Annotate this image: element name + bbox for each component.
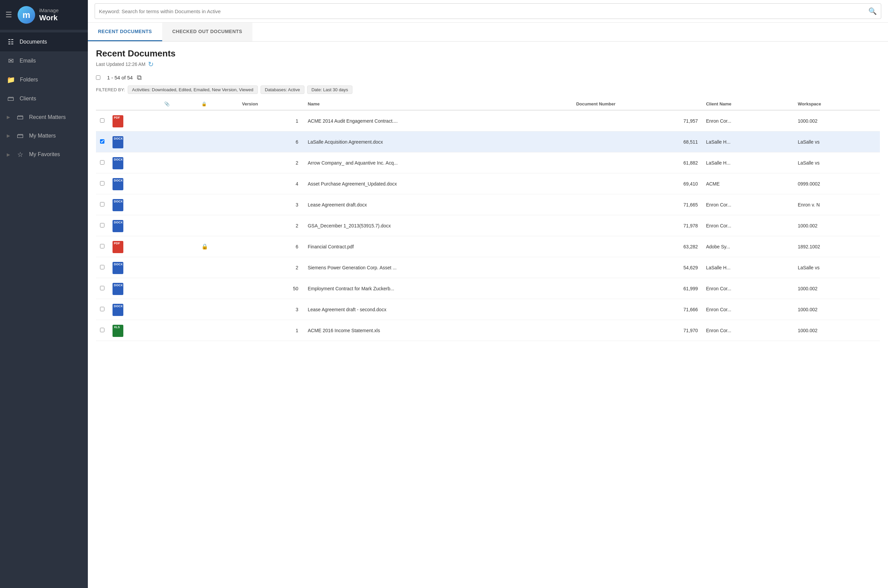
sidebar-item-my-favorites-label: My Favorites — [29, 152, 60, 158]
page-title: Recent Documents — [96, 48, 880, 59]
row-lock-cell — [197, 299, 238, 320]
row-version: 3 — [238, 194, 303, 215]
search-button[interactable]: 🔍 — [868, 7, 877, 15]
doc-type-icon: DOCX — [112, 304, 123, 316]
table-row[interactable]: DOCX 2 Arrow Company_ and Aquantive Inc.… — [96, 152, 880, 173]
sidebar-item-folders[interactable]: 📁 Folders — [0, 70, 88, 89]
filter-chip-databases[interactable]: Databases: Active — [261, 86, 304, 94]
row-checkbox-cell — [96, 257, 108, 278]
row-doc-number: 71,665 — [572, 194, 702, 215]
row-icon-cell: PDF — [108, 110, 160, 132]
tab-checked-out[interactable]: CHECKED OUT DOCUMENTS — [162, 22, 252, 41]
row-checkbox-cell — [96, 320, 108, 341]
row-icon-cell: DOCX — [108, 152, 160, 173]
tab-recent-documents[interactable]: RECENT DOCUMENTS — [88, 22, 162, 41]
hamburger-icon[interactable]: ☰ — [5, 10, 12, 19]
doc-type-icon: DOCX — [112, 283, 123, 295]
sidebar-item-my-matters[interactable]: ▶ 🗃 My Matters — [0, 126, 88, 145]
table-row[interactable]: DOCX 3 Lease Agreement draft - second.do… — [96, 299, 880, 320]
row-attachment-cell — [160, 152, 197, 173]
row-checkbox[interactable] — [100, 307, 104, 311]
row-lock-cell — [197, 152, 238, 173]
col-name[interactable]: Name — [304, 98, 572, 110]
brand-work: Work — [39, 14, 59, 22]
my-matters-icon: 🗃 — [16, 132, 24, 140]
table-row[interactable]: DOCX 2 GSA_December 1_2013(53915.7).docx… — [96, 215, 880, 236]
my-matters-chevron: ▶ — [7, 133, 10, 138]
table-row[interactable]: DOCX 6 LaSalle Acquisition Agreement.doc… — [96, 132, 880, 152]
row-attachment-cell — [160, 110, 197, 132]
col-version[interactable]: Version — [238, 98, 303, 110]
row-checkbox[interactable] — [100, 118, 104, 123]
row-client: Enron Cor... — [702, 215, 794, 236]
table-row[interactable]: DOCX 50 Employment Contract for Mark Zuc… — [96, 278, 880, 299]
select-all-checkbox[interactable] — [96, 75, 100, 80]
row-icon-cell: DOCX — [108, 257, 160, 278]
doc-type-icon: DOCX — [112, 199, 123, 211]
filter-chip-date[interactable]: Date: Last 30 days — [307, 86, 352, 94]
row-checkbox[interactable] — [100, 181, 104, 186]
row-client: Enron Cor... — [702, 194, 794, 215]
row-client: LaSalle H... — [702, 152, 794, 173]
row-checkbox[interactable] — [100, 160, 104, 165]
col-client[interactable]: Client Name — [702, 98, 794, 110]
row-workspace: 1000.002 — [794, 320, 880, 341]
sidebar-item-clients-label: Clients — [20, 96, 36, 102]
row-name: Lease Agreement draft - second.docx — [304, 299, 572, 320]
table-row[interactable]: PDF 🔒 6 Financial Contract.pdf 63,282 Ad… — [96, 236, 880, 257]
row-workspace: 1000.002 — [794, 215, 880, 236]
sidebar-item-emails[interactable]: ✉ Emails — [0, 51, 88, 70]
brand-text: iManage Work — [39, 8, 59, 22]
doc-type-icon: DOCX — [112, 178, 123, 190]
table-row[interactable]: DOCX 3 Lease Agreement draft.docx 71,665… — [96, 194, 880, 215]
filter-chip-activities[interactable]: Activities: Downloaded, Edited, Emailed,… — [128, 86, 258, 94]
row-checkbox[interactable] — [100, 265, 104, 269]
col-doc-number[interactable]: Document Number — [572, 98, 702, 110]
table-row[interactable]: DOCX 4 Asset Purchase Agreement_Updated.… — [96, 173, 880, 194]
refresh-icon[interactable]: ↻ — [148, 60, 154, 68]
table-row[interactable]: XLS 1 ACME 2016 Income Statement.xls 71,… — [96, 320, 880, 341]
row-checkbox[interactable] — [100, 244, 104, 248]
row-workspace: 1000.002 — [794, 278, 880, 299]
row-name: Employment Contract for Mark Zuckerb... — [304, 278, 572, 299]
row-name: Asset Purchase Agreement_Updated.docx — [304, 173, 572, 194]
row-checkbox[interactable] — [100, 286, 104, 290]
row-client: Enron Cor... — [702, 278, 794, 299]
search-input[interactable] — [99, 9, 868, 14]
row-doc-number: 63,282 — [572, 236, 702, 257]
row-name: Lease Agreement draft.docx — [304, 194, 572, 215]
my-favorites-chevron: ▶ — [7, 152, 10, 157]
content-area: Recent Documents Last Updated 12:26 AM ↻… — [88, 42, 888, 588]
sidebar-item-my-favorites[interactable]: ▶ ☆ My Favorites — [0, 145, 88, 164]
sidebar-item-documents[interactable]: ☷ Documents — [0, 33, 88, 51]
row-checkbox[interactable] — [100, 139, 104, 144]
row-version: 1 — [238, 110, 303, 132]
row-name: Financial Contract.pdf — [304, 236, 572, 257]
row-client: Adobe Sy... — [702, 236, 794, 257]
doc-type-icon: DOCX — [112, 157, 123, 169]
row-workspace: LaSalle vs — [794, 132, 880, 152]
row-attachment-cell — [160, 278, 197, 299]
row-name: Siemens Power Generation Corp. Asset ... — [304, 257, 572, 278]
main-content: 🔍 RECENT DOCUMENTS CHECKED OUT DOCUMENTS… — [88, 0, 888, 588]
row-version: 50 — [238, 278, 303, 299]
row-name: ACME 2014 Audit Engagement Contract.... — [304, 110, 572, 132]
sidebar-item-clients[interactable]: 🗃 Clients — [0, 89, 88, 108]
row-checkbox-cell — [96, 278, 108, 299]
row-icon-cell: DOCX — [108, 215, 160, 236]
table-row[interactable]: PDF 1 ACME 2014 Audit Engagement Contrac… — [96, 110, 880, 132]
row-checkbox[interactable] — [100, 202, 104, 207]
table-row[interactable]: DOCX 2 Siemens Power Generation Corp. As… — [96, 257, 880, 278]
row-lock-cell — [197, 194, 238, 215]
row-checkbox[interactable] — [100, 328, 104, 332]
row-client: LaSalle H... — [702, 257, 794, 278]
col-workspace[interactable]: Workspace — [794, 98, 880, 110]
sidebar-item-recent-matters[interactable]: ▶ 🗃 Recent Matters — [0, 108, 88, 126]
row-icon-cell: PDF — [108, 236, 160, 257]
row-attachment-cell — [160, 257, 197, 278]
export-icon[interactable]: ⧉ — [137, 74, 142, 81]
row-checkbox[interactable] — [100, 223, 104, 227]
row-icon-cell: DOCX — [108, 278, 160, 299]
row-name: LaSalle Acquisition Agreement.docx — [304, 132, 572, 152]
row-doc-number: 61,999 — [572, 278, 702, 299]
